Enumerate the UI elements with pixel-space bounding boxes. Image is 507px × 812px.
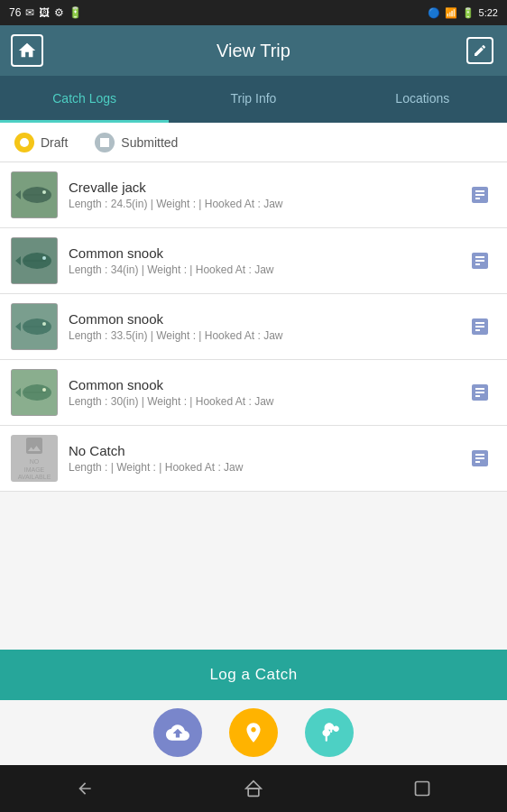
svg-point-13 xyxy=(42,322,46,326)
wifi-icon: 📶 xyxy=(445,7,457,19)
submitted-label: Submitted xyxy=(121,135,178,150)
android-nav-bar xyxy=(0,765,507,812)
catch-action-1[interactable] xyxy=(464,179,496,211)
catch-item-4[interactable]: Common snook Length : 30(in) | Weight : … xyxy=(0,360,507,426)
log-catch-label: Log a Catch xyxy=(209,666,297,684)
catch-item-5[interactable]: NOIMAGEAVAILABLE No Catch Length : | Wei… xyxy=(0,426,507,492)
catch-details-1: Length : 24.5(in) | Weight : | Hooked At… xyxy=(69,198,464,210)
no-image: NOIMAGEAVAILABLE xyxy=(11,435,58,482)
catch-details-2: Length : 34(in) | Weight : | Hooked At :… xyxy=(69,263,464,276)
svg-rect-21 xyxy=(248,789,259,796)
catch-info-2: Common snook Length : 34(in) | Weight : … xyxy=(69,245,464,276)
tab-trip-info[interactable]: Trip Info xyxy=(169,76,337,123)
catch-thumb-2 xyxy=(11,237,58,284)
app-container: 76 ✉ 🖼 ⚙ 🔋 🔵 📶 🔋 5:22 View Trip xyxy=(0,0,507,812)
upload-button[interactable] xyxy=(153,708,202,757)
tab-catch-logs[interactable]: Catch Logs xyxy=(0,76,169,123)
catch-name-5: No Catch xyxy=(69,443,464,458)
catch-action-5[interactable] xyxy=(464,442,496,475)
email-icon: ✉ xyxy=(25,6,34,19)
catch-name-3: Common snook xyxy=(69,311,464,327)
battery-icon: 🔋 xyxy=(69,6,82,19)
submitted-square xyxy=(100,138,109,147)
svg-point-8 xyxy=(42,256,46,260)
catch-details-3: Length : 33.5(in) | Weight : | Hooked At… xyxy=(69,329,464,342)
catch-info-3: Common snook Length : 33.5(in) | Weight … xyxy=(69,311,464,342)
bluetooth-icon: 🔵 xyxy=(428,7,440,19)
home-button[interactable] xyxy=(11,34,43,67)
svg-point-3 xyxy=(42,190,46,194)
log-catch-button[interactable]: Log a Catch xyxy=(0,650,507,700)
status-bar: 76 ✉ 🖼 ⚙ 🔋 🔵 📶 🔋 5:22 xyxy=(0,0,507,25)
catch-details-4: Length : 30(in) | Weight : | Hooked At :… xyxy=(69,395,464,408)
content-area: Draft Submitted xyxy=(0,123,507,765)
draft-indicator xyxy=(14,133,34,152)
page-title: View Trip xyxy=(217,41,290,61)
catch-name-4: Common snook xyxy=(69,377,464,392)
catch-action-4[interactable] xyxy=(464,376,496,409)
tab-locations[interactable]: Locations xyxy=(338,76,507,123)
status-left: 76 ✉ 🖼 ⚙ 🔋 xyxy=(9,6,82,19)
header: View Trip xyxy=(0,25,507,76)
catch-list: Crevalle jack Length : 24.5(in) | Weight… xyxy=(0,162,507,650)
location-button[interactable] xyxy=(229,708,278,757)
draft-dot xyxy=(20,138,29,147)
catch-info-1: Crevalle jack Length : 24.5(in) | Weight… xyxy=(69,180,464,210)
catch-thumb-3 xyxy=(11,303,58,350)
svg-marker-20 xyxy=(246,781,262,789)
catch-name-2: Common snook xyxy=(69,245,464,261)
catch-item-2[interactable]: Common snook Length : 34(in) | Weight : … xyxy=(0,228,507,294)
photo-icon: 🖼 xyxy=(39,6,50,19)
catch-info-5: No Catch Length : | Weight : | Hooked At… xyxy=(69,443,464,474)
catch-thumb-4 xyxy=(11,369,58,416)
tab-bar: Catch Logs Trip Info Locations xyxy=(0,76,507,123)
draft-label: Draft xyxy=(41,135,68,150)
home-nav-button[interactable] xyxy=(235,770,272,807)
status-right: 🔵 📶 🔋 5:22 xyxy=(428,7,498,19)
settings-icon: ⚙ xyxy=(54,6,64,19)
filter-draft[interactable]: Draft xyxy=(14,133,68,152)
catch-item-3[interactable]: Common snook Length : 33.5(in) | Weight … xyxy=(0,294,507,360)
catch-thumb-5: NOIMAGEAVAILABLE xyxy=(11,435,58,482)
catch-details-5: Length : | Weight : | Hooked At : Jaw xyxy=(69,461,464,474)
catch-name-1: Crevalle jack xyxy=(69,180,464,195)
catch-item-1[interactable]: Crevalle jack Length : 24.5(in) | Weight… xyxy=(0,162,507,228)
svg-rect-22 xyxy=(416,782,429,796)
submitted-indicator xyxy=(95,133,115,152)
battery-icon-right: 🔋 xyxy=(462,7,475,19)
anchor-button[interactable] xyxy=(305,708,354,757)
bottom-nav-icons xyxy=(0,700,507,765)
back-button[interactable] xyxy=(67,770,103,807)
filter-row: Draft Submitted xyxy=(0,123,507,162)
filter-submitted[interactable]: Submitted xyxy=(95,133,178,152)
time-display: 5:22 xyxy=(479,7,498,18)
edit-button[interactable] xyxy=(464,34,496,67)
catch-thumb-1 xyxy=(11,171,58,218)
recent-apps-button[interactable] xyxy=(404,770,440,807)
signal-strength: 76 xyxy=(9,6,21,19)
catch-action-2[interactable] xyxy=(464,245,496,277)
svg-point-18 xyxy=(42,388,46,392)
catch-action-3[interactable] xyxy=(464,310,496,343)
catch-info-4: Common snook Length : 30(in) | Weight : … xyxy=(69,377,464,408)
